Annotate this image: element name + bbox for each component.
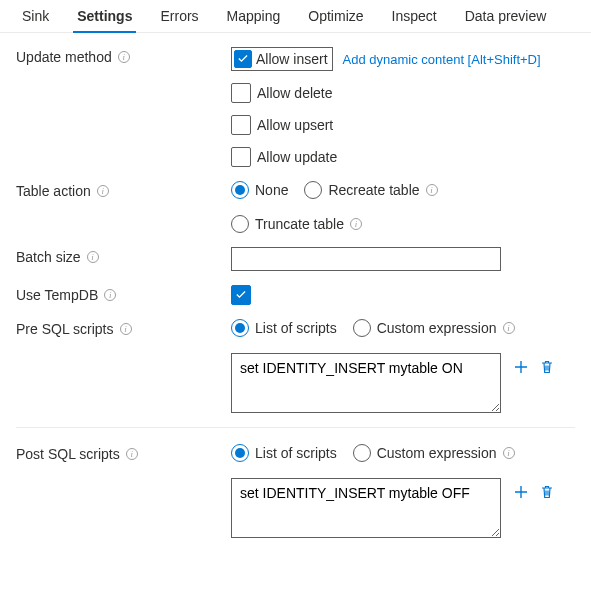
allow-insert-row: Allow insert Add dynamic content [Alt+Sh… xyxy=(231,47,575,71)
tab-settings[interactable]: Settings xyxy=(63,0,146,32)
radio-post-sql-list-label: List of scripts xyxy=(255,445,337,461)
radio-pre-sql-list-label: List of scripts xyxy=(255,320,337,336)
info-icon[interactable] xyxy=(503,322,515,334)
add-icon[interactable] xyxy=(511,357,531,377)
info-icon[interactable] xyxy=(426,184,438,196)
radio-table-action-truncate-label: Truncate table xyxy=(255,216,344,232)
delete-icon[interactable] xyxy=(537,482,557,502)
post-sql-script-textarea[interactable] xyxy=(231,478,501,538)
label-update-method: Update method xyxy=(16,49,112,65)
label-table-action: Table action xyxy=(16,183,91,199)
radio-pre-sql-list[interactable] xyxy=(231,319,249,337)
radio-post-sql-custom-label: Custom expression xyxy=(377,445,497,461)
row-pre-sql: Pre SQL scripts List of scripts Custom e… xyxy=(16,319,575,413)
radio-pre-sql-custom[interactable] xyxy=(353,319,371,337)
checkbox-allow-update[interactable] xyxy=(231,147,251,167)
radio-post-sql-list[interactable] xyxy=(231,444,249,462)
checkbox-allow-update-label: Allow update xyxy=(257,149,337,165)
row-use-tempdb: Use TempDB xyxy=(16,285,575,305)
label-pre-sql: Pre SQL scripts xyxy=(16,321,114,337)
info-icon[interactable] xyxy=(126,448,138,460)
add-icon[interactable] xyxy=(511,482,531,502)
radio-table-action-none-label: None xyxy=(255,182,288,198)
info-icon[interactable] xyxy=(118,51,130,63)
radio-table-action-recreate[interactable] xyxy=(304,181,322,199)
tabs-bar: Sink Settings Errors Mapping Optimize In… xyxy=(0,0,591,33)
batch-size-input[interactable] xyxy=(231,247,501,271)
divider xyxy=(16,427,575,428)
radio-post-sql-custom[interactable] xyxy=(353,444,371,462)
row-batch-size: Batch size xyxy=(16,247,575,271)
radio-table-action-recreate-label: Recreate table xyxy=(328,182,419,198)
settings-form: Update method Allow insert Add dynamic c… xyxy=(0,33,591,560)
pre-sql-script-textarea[interactable] xyxy=(231,353,501,413)
add-dynamic-content-link[interactable]: Add dynamic content [Alt+Shift+D] xyxy=(343,52,541,67)
tab-data-preview[interactable]: Data preview xyxy=(451,0,561,32)
info-icon[interactable] xyxy=(350,218,362,230)
checkbox-allow-upsert-label: Allow upsert xyxy=(257,117,333,133)
label-post-sql: Post SQL scripts xyxy=(16,446,120,462)
tab-errors[interactable]: Errors xyxy=(146,0,212,32)
label-batch-size: Batch size xyxy=(16,249,81,265)
tab-sink[interactable]: Sink xyxy=(8,0,63,32)
radio-table-action-none[interactable] xyxy=(231,181,249,199)
checkbox-allow-delete[interactable] xyxy=(231,83,251,103)
tab-mapping[interactable]: Mapping xyxy=(213,0,295,32)
radio-table-action-truncate[interactable] xyxy=(231,215,249,233)
tab-inspect[interactable]: Inspect xyxy=(378,0,451,32)
label-use-tempdb: Use TempDB xyxy=(16,287,98,303)
checkbox-allow-insert[interactable] xyxy=(234,50,252,68)
info-icon[interactable] xyxy=(503,447,515,459)
info-icon[interactable] xyxy=(104,289,116,301)
info-icon[interactable] xyxy=(97,185,109,197)
checkbox-use-tempdb[interactable] xyxy=(231,285,251,305)
row-post-sql: Post SQL scripts List of scripts Custom … xyxy=(16,444,575,538)
row-update-method: Update method Allow insert Add dynamic c… xyxy=(16,47,575,167)
radio-pre-sql-custom-label: Custom expression xyxy=(377,320,497,336)
checkbox-allow-upsert[interactable] xyxy=(231,115,251,135)
info-icon[interactable] xyxy=(87,251,99,263)
delete-icon[interactable] xyxy=(537,357,557,377)
info-icon[interactable] xyxy=(120,323,132,335)
row-table-action: Table action None Recreate table Truncat… xyxy=(16,181,575,233)
tab-optimize[interactable]: Optimize xyxy=(294,0,377,32)
checkbox-allow-delete-label: Allow delete xyxy=(257,85,333,101)
checkbox-allow-insert-label: Allow insert xyxy=(256,51,328,67)
